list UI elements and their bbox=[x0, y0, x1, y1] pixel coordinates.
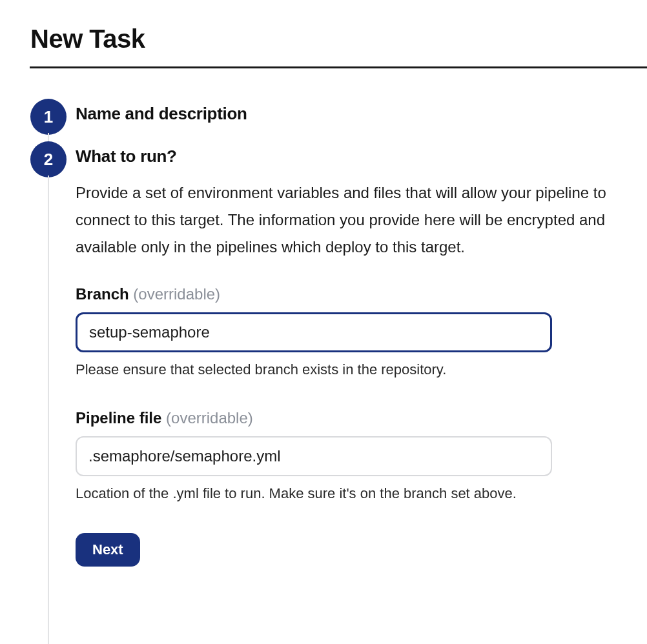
step-1: 1 Name and description bbox=[30, 104, 647, 124]
title-divider bbox=[30, 66, 647, 68]
branch-label-text: Branch bbox=[76, 285, 129, 303]
pipeline-label: Pipeline file (overridable) bbox=[76, 409, 647, 427]
pipeline-label-text: Pipeline file bbox=[76, 409, 161, 427]
pipeline-field-group: Pipeline file (overridable) Location of … bbox=[76, 409, 647, 502]
pipeline-helper-text: Location of the .yml file to run. Make s… bbox=[76, 485, 647, 502]
branch-input[interactable] bbox=[76, 312, 552, 352]
pipeline-label-hint: (overridable) bbox=[161, 409, 252, 427]
branch-label: Branch (overridable) bbox=[76, 285, 647, 303]
step-2-marker: 2 bbox=[30, 141, 67, 177]
step-connector bbox=[48, 176, 49, 644]
step-1-title[interactable]: Name and description bbox=[76, 104, 647, 124]
pipeline-file-input[interactable] bbox=[76, 436, 552, 476]
step-2-title: What to run? bbox=[76, 146, 647, 166]
next-button[interactable]: Next bbox=[76, 533, 140, 567]
branch-helper-text: Please ensure that selected branch exist… bbox=[76, 361, 647, 378]
branch-label-hint: (overridable) bbox=[129, 285, 220, 303]
step-1-marker: 1 bbox=[30, 99, 67, 135]
page-title: New Task bbox=[30, 25, 647, 54]
step-2: 2 What to run? Provide a set of environm… bbox=[30, 146, 647, 567]
branch-field-group: Branch (overridable) Please ensure that … bbox=[76, 285, 647, 378]
step-2-description: Provide a set of environment variables a… bbox=[76, 179, 637, 261]
steps-container: 1 Name and description 2 What to run? Pr… bbox=[30, 104, 647, 567]
